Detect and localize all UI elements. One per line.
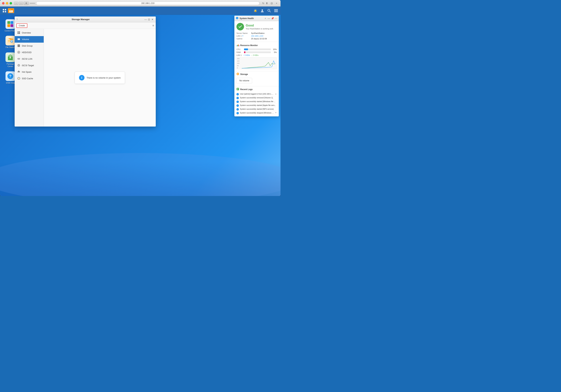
tab-button[interactable]: ⊞ <box>24 1 29 5</box>
cpu-percent: 15% <box>272 48 277 50</box>
svg-rect-13 <box>274 9 278 10</box>
notifications-button[interactable]: 🔔 <box>252 8 259 14</box>
system-info-table: Server Name SynRackStation LAN 1 ▼ 192.1… <box>237 32 277 40</box>
sm-close-button[interactable]: ✕ <box>151 18 154 21</box>
search-button[interactable] <box>266 8 272 14</box>
storage-manager-window: ? Storage Manager — ⊡ ✕ Create ≡ <box>15 17 156 126</box>
app-grid-icon[interactable] <box>1 8 8 13</box>
iscsi-lun-icon <box>17 57 21 61</box>
hot-spare-icon <box>17 71 21 74</box>
panel-pin-button[interactable]: 📌 <box>271 17 274 20</box>
dsm-help-icon: ? <box>6 71 15 81</box>
refresh-button[interactable]: ↻ <box>262 1 265 5</box>
sidebar-item-volume[interactable]: Volume <box>15 36 44 43</box>
create-button[interactable]: Create <box>16 23 27 28</box>
server-name-row: Server Name SynRackStation <box>237 32 277 35</box>
overview-label: Overview <box>22 32 31 34</box>
close-button[interactable] <box>2 2 4 4</box>
mac-window-buttons <box>2 2 12 4</box>
add-tab-icon[interactable]: ＋ <box>275 1 279 5</box>
ssd-cache-icon: ⚡ <box>17 77 21 80</box>
sm-help-icon[interactable]: ? <box>16 18 18 21</box>
ram-row: RAM 5% <box>237 51 277 53</box>
cpu-bar <box>244 49 248 50</box>
address-bar[interactable]: 192.168.1.210 <box>36 1 259 5</box>
panel-minimize-button[interactable]: — <box>268 17 270 20</box>
sidebar-item-iscsi-target[interactable]: iSCSI Target <box>15 62 44 69</box>
log-item: i System successfully stopped [Windows f… <box>237 111 277 115</box>
dsm-topbar: 🔔 <box>0 7 280 15</box>
svg-rect-7 <box>10 11 12 11</box>
share-icon[interactable]: ⬆ <box>265 1 269 5</box>
svg-rect-52 <box>18 72 20 72</box>
lan-dropdown-icon[interactable]: ▼ <box>242 35 244 37</box>
ram-bar-container <box>244 52 271 53</box>
menu-button[interactable] <box>273 8 279 14</box>
minimize-button[interactable] <box>6 2 8 4</box>
health-status-text: Good <box>246 24 277 27</box>
svg-rect-15 <box>274 11 278 12</box>
panel-header-icon: i <box>236 17 238 20</box>
svg-rect-2 <box>3 11 4 12</box>
sm-toolbar: Create ≡ <box>15 22 156 29</box>
mini-chart: 200 150 100 50 0 <box>237 57 277 69</box>
logs-icon <box>237 88 239 91</box>
duplicate-icon[interactable]: ⊡ <box>270 1 274 5</box>
sm-titlebar: ? Storage Manager — ⊡ ✕ <box>15 17 156 22</box>
svg-rect-3 <box>5 11 6 12</box>
fullscreen-button[interactable] <box>10 2 12 4</box>
log-text: System successfully removed [Volume 1]. <box>240 97 277 99</box>
forward-button[interactable]: › <box>19 2 23 5</box>
log-text: System successfully started [Windows fil… <box>240 100 277 103</box>
file-station-topbar-icon[interactable] <box>8 8 14 13</box>
svg-rect-16 <box>7 21 10 24</box>
svg-rect-59 <box>238 44 238 46</box>
svg-point-39 <box>20 39 20 39</box>
log-item: i System successfully started [NFS servi… <box>237 107 277 111</box>
info-icon: i <box>79 75 85 81</box>
sidebar-item-hot-spare[interactable]: Hot Spare <box>15 69 44 75</box>
logs-list: i User [admin] logged in from [192.168.1… <box>237 92 277 115</box>
user-button[interactable] <box>259 8 265 14</box>
svg-text:FS: FS <box>11 41 13 42</box>
mac-window: ‹ › ⊞ 192.168.1.210 ↻ ⬆ ⊡ ＋ <box>0 0 280 196</box>
log-text: System successfully started [NFS service… <box>240 108 277 110</box>
sidebar-item-iscsi-lun[interactable]: iSCSI LUN <box>15 56 44 62</box>
sm-content: i There is no volume in your system <box>44 29 156 126</box>
cpu-row: CPU 15% <box>237 48 277 50</box>
lan-bandwidth-label: LAN 1 <box>237 54 243 56</box>
storage-icon <box>237 72 239 76</box>
svg-rect-17 <box>11 21 13 24</box>
sidebar-item-hdd-ssd[interactable]: HDD/SSD <box>15 49 44 56</box>
log-scroll-down[interactable]: ▼ <box>275 112 277 114</box>
resource-monitor-title: Resource Monitor <box>237 44 277 47</box>
sm-restore-button[interactable]: ⊡ <box>148 18 151 21</box>
svg-rect-19 <box>11 24 13 27</box>
back-button[interactable]: ‹ <box>14 2 18 5</box>
lan-label-info: LAN 1 ▼ <box>237 35 251 37</box>
log-info-icon: i <box>237 112 239 114</box>
panel-add-button[interactable]: ＋ <box>264 17 267 20</box>
recent-logs-section: Recent Logs i User [admin] logged in fro… <box>234 86 279 116</box>
sm-body: Overview Volume <box>15 29 156 126</box>
chart-label-150: 150 <box>237 60 239 62</box>
svg-rect-42 <box>18 46 20 47</box>
sidebar-item-disk-group[interactable]: Disk Group <box>15 43 44 49</box>
iscsi-lun-label: iSCSI LUN <box>22 58 32 60</box>
lan-download: ↓ 3 KB/s <box>251 54 259 56</box>
sidebar-item-ssd-cache[interactable]: ⚡ SSD Cache <box>15 75 44 82</box>
panel-more-button[interactable]: ⋯ <box>275 17 277 20</box>
sm-view-toggle[interactable]: ≡ <box>152 24 154 27</box>
health-info: Good Your RackStation is working well. <box>246 24 277 30</box>
health-description: Your RackStation is working well. <box>246 28 277 30</box>
svg-text:?: ? <box>9 74 11 78</box>
panel-header: i System Health ＋ — 📌 ⋯ <box>234 16 279 21</box>
iscsi-target-label: iSCSI Target <box>22 64 34 67</box>
disk-group-label: Disk Group <box>22 45 33 47</box>
dsm-desktop: Control Panel FS File Station <box>0 15 280 196</box>
sm-minimize-button[interactable]: — <box>144 18 147 21</box>
log-scroll-up[interactable]: ▲ <box>275 93 277 95</box>
chart-label-0: 0 <box>237 67 239 69</box>
sidebar-item-overview[interactable]: Overview <box>15 30 44 36</box>
dsm-topbar-right: 🔔 <box>252 8 279 14</box>
